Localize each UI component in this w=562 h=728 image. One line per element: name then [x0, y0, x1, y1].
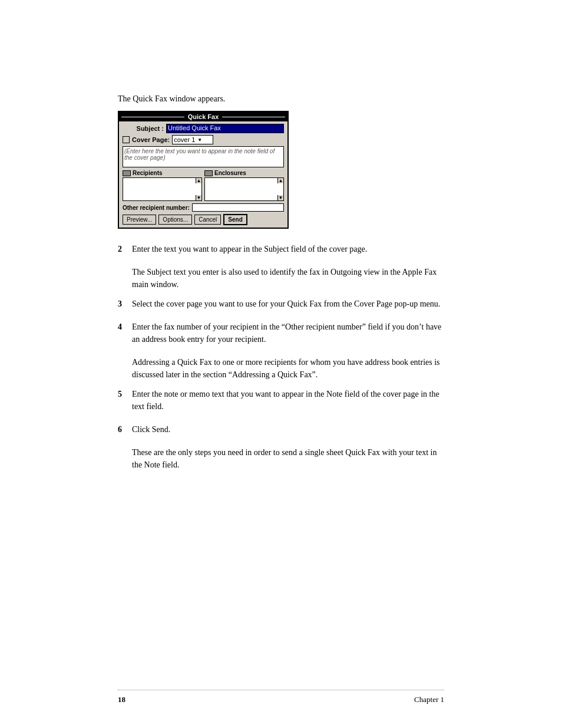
step-6-text: Click Send.: [132, 423, 444, 436]
step-6: 6 Click Send.: [118, 423, 444, 439]
step-5-content: Enter the note or memo text that you wan…: [132, 388, 444, 416]
recipients-scroll-down[interactable]: ▼: [196, 195, 201, 200]
cover-page-checkbox[interactable]: [123, 136, 130, 143]
step-4-number: 4: [118, 321, 130, 333]
step-4: 4 Enter the fax number of your recipient…: [118, 321, 444, 349]
step-5-text: Enter the note or memo text that you wan…: [132, 388, 444, 413]
step-3-content: Select the cover page you want to use fo…: [132, 298, 444, 314]
recipients-header: Recipients: [123, 170, 202, 176]
recipients-list[interactable]: ▲ ▼: [123, 177, 202, 201]
intro-text: The Quick Fax window appears.: [118, 94, 444, 104]
step-6-sub: These are the only steps you need in ord…: [132, 446, 444, 471]
button-row: Preview... Options... Cancel Send: [123, 214, 284, 225]
step-4-content: Enter the fax number of your recipient i…: [132, 321, 444, 349]
footer-divider: [118, 690, 444, 690]
step-6-number: 6: [118, 423, 130, 436]
step-2-text: Enter the text you want to appear in the…: [132, 243, 444, 255]
other-recipient-row: Other recipient number:: [123, 203, 284, 212]
cancel-button[interactable]: Cancel: [194, 215, 221, 225]
enclosures-section: Enclosures ▲ ▼: [204, 170, 284, 201]
recipients-section: Recipients ▲ ▼: [123, 170, 202, 201]
step-4-text: Enter the fax number of your recipient i…: [132, 321, 444, 345]
note-field[interactable]: (Enter here the text you want to appear …: [123, 146, 284, 167]
page: The Quick Fax window appears. Quick Fax …: [0, 0, 562, 728]
cover-page-select[interactable]: cover 1: [172, 135, 213, 144]
enclosures-header: Enclosures: [204, 170, 284, 176]
quick-fax-window: Quick Fax Subject : Untitled Quick Fax C…: [118, 111, 289, 229]
chapter-label: Chapter 1: [414, 695, 444, 704]
step-3: 3 Select the cover page you want to use …: [118, 298, 444, 314]
step-5-number: 5: [118, 388, 130, 400]
enclosures-icon: [204, 170, 213, 176]
window-title-bar: Quick Fax: [119, 112, 287, 121]
two-col-section: Recipients ▲ ▼ Enclosures ▲ ▼: [123, 170, 284, 201]
enclosures-scroll-down[interactable]: ▼: [277, 195, 283, 200]
step-4-sub: Addressing a Quick Fax to one or more re…: [132, 356, 444, 381]
footer-content: 18 Chapter 1: [118, 695, 444, 704]
window-title: Quick Fax: [188, 113, 219, 120]
cover-page-label: Cover Page:: [132, 136, 170, 143]
step-2-sub: The Subject text you enter is also used …: [132, 266, 444, 291]
other-recipient-label: Other recipient number:: [123, 205, 190, 211]
enclosures-scroll-up[interactable]: ▲: [277, 178, 283, 183]
subject-input[interactable]: Untitled Quick Fax: [166, 124, 284, 133]
step-3-text: Select the cover page you want to use fo…: [132, 298, 444, 310]
step-6-content: Click Send.: [132, 423, 444, 439]
step-2: 2 Enter the text you want to appear in t…: [118, 243, 444, 259]
send-button[interactable]: Send: [223, 214, 247, 225]
other-recipient-input[interactable]: [192, 203, 284, 212]
enclosures-list[interactable]: ▲ ▼: [204, 177, 284, 201]
step-3-number: 3: [118, 298, 130, 310]
step-5: 5 Enter the note or memo text that you w…: [118, 388, 444, 416]
window-body: Subject : Untitled Quick Fax Cover Page:…: [119, 121, 287, 228]
options-button[interactable]: Options...: [158, 215, 192, 225]
enclosures-label: Enclosures: [214, 170, 246, 176]
cover-page-row: Cover Page: cover 1: [123, 135, 284, 144]
step-2-content: Enter the text you want to appear in the…: [132, 243, 444, 259]
page-number: 18: [118, 695, 125, 704]
preview-button[interactable]: Preview...: [123, 215, 156, 225]
recipients-scroll-up[interactable]: ▲: [196, 178, 201, 183]
instructions: 2 Enter the text you want to appear in t…: [118, 243, 444, 471]
footer: 18 Chapter 1: [0, 690, 562, 704]
recipients-icon: [123, 170, 131, 176]
recipients-label: Recipients: [133, 170, 163, 176]
step-2-number: 2: [118, 243, 130, 255]
subject-row: Subject : Untitled Quick Fax: [123, 124, 284, 133]
subject-label: Subject :: [123, 125, 164, 132]
